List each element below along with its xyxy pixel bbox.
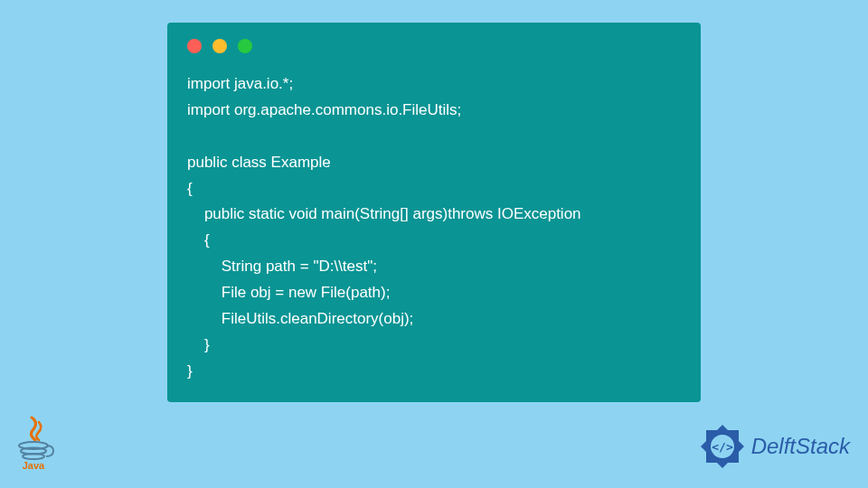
delftstack-label: DelftStack xyxy=(751,434,850,459)
code-line: public static void main(String[] args)th… xyxy=(187,205,581,222)
code-line: public class Example xyxy=(187,154,331,171)
delftstack-badge-icon: </> xyxy=(697,421,748,472)
code-line: } xyxy=(187,336,210,353)
code-line: import org.apache.commons.io.FileUtils; xyxy=(187,101,461,118)
java-logo-label: Java xyxy=(23,460,45,471)
code-line: FileUtils.cleanDirectory(obj); xyxy=(187,310,413,327)
maximize-icon[interactable] xyxy=(238,39,252,53)
svg-point-2 xyxy=(23,454,44,459)
window-controls xyxy=(187,39,681,53)
delftstack-logo: </> DelftStack xyxy=(697,421,850,472)
svg-text:</>: </> xyxy=(712,440,733,454)
code-line: { xyxy=(187,180,193,197)
minimize-icon[interactable] xyxy=(212,39,227,53)
code-block: import java.io.*; import org.apache.comm… xyxy=(187,71,681,385)
code-line: { xyxy=(187,231,210,249)
code-line: import java.io.*; xyxy=(187,75,293,92)
code-line: } xyxy=(187,362,193,380)
code-window: import java.io.*; import org.apache.comm… xyxy=(167,23,701,402)
code-line: File obj = new File(path); xyxy=(187,284,390,301)
code-line: String path = "D:\\test"; xyxy=(187,258,377,275)
close-icon[interactable] xyxy=(187,39,202,53)
java-logo-icon: Java xyxy=(14,415,57,474)
